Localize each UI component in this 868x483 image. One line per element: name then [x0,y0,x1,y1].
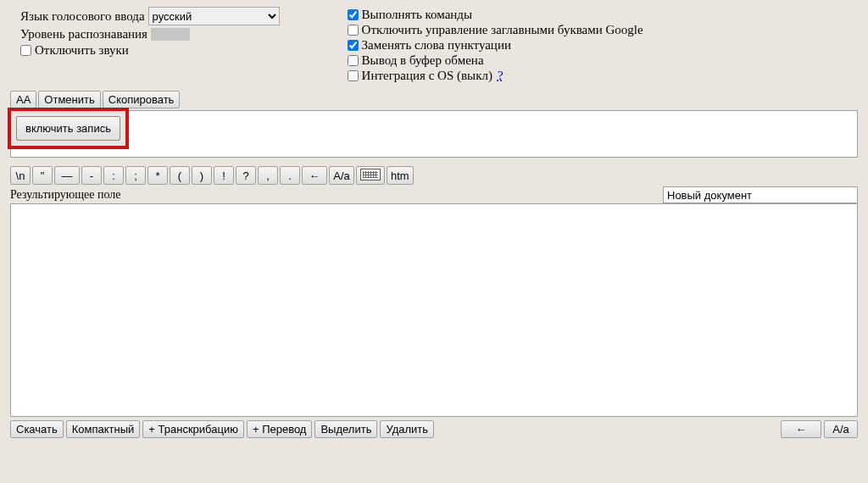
rec-level-label: Уровень распознавания [20,27,147,42]
mute-checkbox[interactable] [20,45,31,56]
lang-label: Язык голосового ввода [20,9,145,24]
punct-case-toggle[interactable]: A/a [329,166,354,185]
opt-label: Вывод в буфер обмена [362,53,484,68]
language-select[interactable]: русский [148,7,280,25]
delete-button[interactable]: Удалить [380,420,434,438]
aa-button[interactable]: AA [10,91,36,108]
punct-comma[interactable]: , [258,166,278,185]
punct-asterisk[interactable]: * [147,166,168,185]
punct-rparen[interactable]: ) [192,166,212,185]
mute-label: Отключить звуки [35,43,129,58]
download-button[interactable]: Скачать [10,420,64,438]
opt-label: Отключить управление заглавными буквами … [362,22,643,37]
opt-label: Выполнять команды [362,7,473,22]
opt-execute-commands[interactable] [348,9,359,20]
punct-lparen[interactable]: ( [170,166,190,185]
opt-label: Интеграция с OS (выкл) [362,68,492,83]
htm-button[interactable]: htm [387,166,414,185]
punct-semicolon[interactable]: ; [125,166,146,185]
rec-level-bar [151,28,190,41]
punct-period[interactable]: . [280,166,300,185]
docname-input[interactable] [663,186,858,203]
add-transcription-button[interactable]: + Транскрибацию [142,420,244,438]
punct-exclaim[interactable]: ! [214,166,234,185]
compact-button[interactable]: Компактный [66,420,141,438]
copy-button[interactable]: Скопировать [103,91,181,108]
opt-os-integration[interactable] [348,70,359,81]
select-all-button[interactable]: Выделить [314,420,377,438]
add-translate-button[interactable]: + Перевод [247,420,313,438]
punct-colon[interactable]: : [103,166,124,185]
keyboard-icon [360,169,381,180]
punct-question[interactable]: ? [236,166,256,185]
opt-clipboard[interactable] [348,55,359,66]
undo-arrow-button[interactable]: ← [781,420,821,438]
punct-newline[interactable]: \n [10,166,31,185]
input-textarea[interactable] [10,110,858,158]
record-highlight: включить запись [8,108,129,149]
punct-quote[interactable]: " [32,166,53,185]
start-record-button[interactable]: включить запись [16,116,120,141]
help-link[interactable]: ? [498,68,504,83]
result-textarea[interactable] [10,203,858,417]
cancel-button[interactable]: Отменить [38,91,100,108]
punct-mdash[interactable]: — [54,166,80,185]
keyboard-button[interactable] [356,166,385,185]
opt-replace-punct[interactable] [348,40,359,51]
punct-backspace[interactable]: ← [302,166,327,185]
result-label: Результирующее поле [10,188,121,202]
punct-hyphen[interactable]: - [81,166,102,185]
opt-label: Заменять слова пунктуации [362,37,511,53]
opt-disable-caps[interactable] [348,25,359,36]
case-button[interactable]: A/a [824,420,858,438]
